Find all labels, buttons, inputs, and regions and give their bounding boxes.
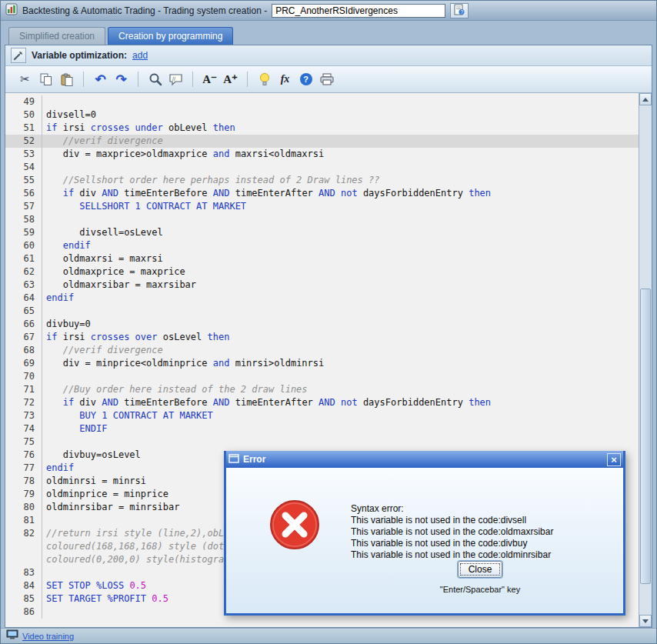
code-line[interactable]: 63 oldmaxrsibar = maxrsibar <box>5 279 639 292</box>
trading-system-creation-window: Backtesting & Automatic Trading - Tradin… <box>0 0 657 644</box>
tab-simplified-creation[interactable]: Simplified creation <box>8 27 105 45</box>
undo-icon[interactable]: ↶ <box>90 69 111 89</box>
code-text: oldminrsibar = minrsibar <box>42 501 179 514</box>
code-text <box>42 606 46 619</box>
code-line[interactable]: 51if irsi crosses under obLevel then <box>5 122 639 135</box>
dialog-message: This variable is not used in the code:ol… <box>351 526 553 538</box>
dialog-close-icon[interactable]: × <box>607 453 621 466</box>
code-text: oldmaxrsi = maxrsi <box>42 252 163 265</box>
close-button[interactable]: Close <box>458 561 502 578</box>
code-text: SET TARGET %PROFIT 0.5 <box>42 592 168 606</box>
code-text: div = minprice<oldminprice and minrsi>ol… <box>42 357 324 370</box>
font-increase-icon[interactable]: A⁺ <box>220 69 241 89</box>
code-text: //verif divergence <box>42 344 163 357</box>
search-icon[interactable] <box>145 69 165 89</box>
code-line[interactable]: 74 ENDIF <box>5 422 639 435</box>
code-line[interactable]: 65 <box>5 305 639 318</box>
code-line[interactable]: 60 endif <box>5 239 639 252</box>
svg-text:?: ? <box>461 9 464 15</box>
line-number: 77 <box>5 462 42 475</box>
code-text <box>42 566 46 579</box>
line-number: 83 <box>5 566 42 579</box>
code-line[interactable]: 56 if div AND timeEnterBefore AND timeEn… <box>5 187 639 200</box>
tab-creation-by-programming[interactable]: Creation by programming <box>108 27 233 45</box>
code-line[interactable]: 50divsell=0 <box>5 108 639 122</box>
dialog-message: This variable is not used in the code:di… <box>351 538 553 549</box>
code-line[interactable]: 68 //verif divergence <box>5 344 639 357</box>
line-number: 74 <box>5 422 42 435</box>
code-line[interactable]: 59 divsell=osLevel <box>5 226 639 239</box>
print-icon[interactable] <box>316 69 337 89</box>
system-name-input[interactable] <box>272 4 445 18</box>
cut-icon[interactable]: ✂ <box>15 69 35 89</box>
scroll-up-arrow-icon[interactable] <box>639 93 652 105</box>
scroll-down-arrow-icon[interactable] <box>639 615 652 627</box>
comment-icon[interactable]: // <box>165 69 186 89</box>
code-line[interactable]: 71 //Buy order here instead of the 2 dra… <box>5 383 639 396</box>
line-number: 70 <box>5 370 42 383</box>
code-text <box>42 213 46 226</box>
edit-name-button[interactable]: ? <box>450 3 469 18</box>
scrollbar-thumb[interactable] <box>640 289 651 584</box>
code-text: //Sellshort order here perhaps instead o… <box>42 174 379 187</box>
code-line[interactable]: 58 <box>5 213 639 226</box>
app-icon <box>5 3 18 18</box>
add-optimization-link[interactable]: add <box>132 50 148 61</box>
line-number: 61 <box>5 252 42 265</box>
video-icon <box>6 629 18 643</box>
code-line[interactable]: 66divbuy=0 <box>5 318 639 331</box>
vertical-scrollbar[interactable] <box>639 93 652 627</box>
code-line[interactable]: 49 <box>5 95 639 108</box>
line-number: 75 <box>5 435 42 449</box>
redo-icon[interactable]: ↷ <box>111 69 132 89</box>
line-number: 50 <box>5 108 42 122</box>
code-line[interactable]: 62 oldmaxprice = maxprice <box>5 265 639 279</box>
code-text: ENDIF <box>42 422 107 435</box>
code-text <box>42 95 46 108</box>
line-number: 63 <box>5 279 42 292</box>
code-text: //verif divergence <box>42 135 163 148</box>
code-text: endif <box>42 239 91 252</box>
code-text: if irsi crosses under obLevel then <box>42 122 235 135</box>
line-number: 57 <box>5 200 42 213</box>
function-wizard-icon[interactable]: fx <box>275 69 295 89</box>
code-line[interactable]: 67if irsi crosses over osLevel then <box>5 331 639 344</box>
code-line[interactable]: 64endif <box>5 292 639 305</box>
code-text: divbuy=0 <box>42 318 91 331</box>
font-decrease-icon[interactable]: A⁻ <box>199 69 220 89</box>
line-number: 51 <box>5 122 42 135</box>
variable-optimization-label: Variable optimization: <box>32 50 127 61</box>
variable-optimization-row: Variable optimization: add <box>5 45 652 66</box>
code-text: endif <box>42 462 74 475</box>
code-text: SET STOP %LOSS 0.5 <box>42 579 146 592</box>
code-text: oldminrsi = minrsi <box>42 475 146 488</box>
code-line[interactable]: 55 //Sellshort order here perhaps instea… <box>5 174 639 187</box>
code-line[interactable]: 57 SELLSHORT 1 CONTRACT AT MARKET <box>5 200 639 213</box>
line-number: 76 <box>5 449 42 462</box>
line-number: 81 <box>5 514 42 527</box>
code-line[interactable]: 54 <box>5 161 639 174</box>
code-line[interactable]: 75 <box>5 435 639 449</box>
scrollbar-track[interactable] <box>639 105 652 615</box>
code-line[interactable]: 73 BUY 1 CONTRACT AT MARKET <box>5 409 639 422</box>
code-text: coloured(168,168,168) style (dott <box>42 540 229 553</box>
line-number: 52 <box>5 135 42 148</box>
hint-lightbulb-icon[interactable] <box>254 69 275 89</box>
code-line[interactable]: 53 div = maxprice>oldmaxprice and maxrsi… <box>5 148 639 161</box>
code-line[interactable]: 72 if div AND timeEnterBefore AND timeEn… <box>5 396 639 409</box>
code-line[interactable]: 61 oldmaxrsi = maxrsi <box>5 252 639 265</box>
code-line[interactable]: 69 div = minprice<oldminprice and minrsi… <box>5 357 639 370</box>
code-text: div = maxprice>oldmaxprice and maxrsi<ol… <box>42 148 324 161</box>
code-text: divbuy=osLevel <box>42 449 141 462</box>
line-number: 86 <box>5 606 42 619</box>
code-line[interactable]: 52 //verif divergence <box>5 135 639 148</box>
code-line[interactable]: 70 <box>5 370 639 383</box>
code-text: divsell=osLevel <box>42 226 163 239</box>
video-training-link[interactable]: Video training <box>22 632 74 641</box>
help-icon[interactable]: ? <box>295 69 316 89</box>
line-number <box>5 540 42 553</box>
paste-icon[interactable] <box>56 69 77 89</box>
toolbar-separator <box>247 72 248 87</box>
code-text: BUY 1 CONTRACT AT MARKET <box>42 409 213 422</box>
copy-icon[interactable] <box>35 69 56 89</box>
